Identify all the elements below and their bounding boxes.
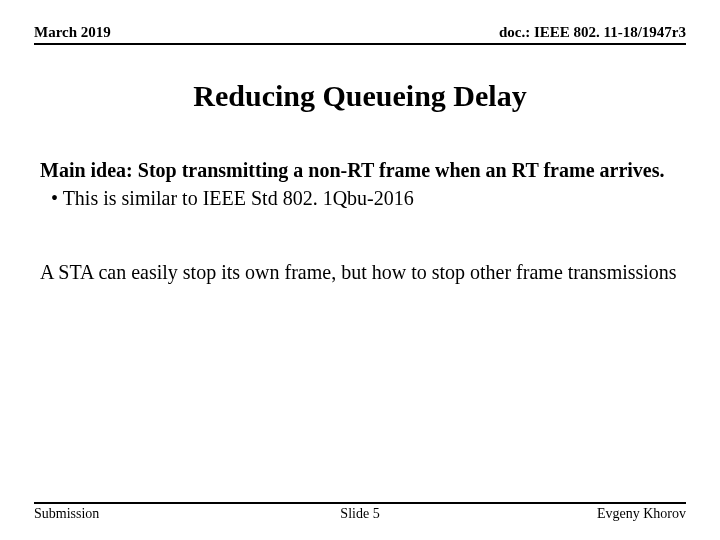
footer-slide-number: Slide 5 [30, 506, 690, 522]
header-doc-id: doc.: IEEE 802. 11-18/1947r3 [499, 24, 686, 41]
slide-body: Main idea: Stop transmitting a non-RT fr… [30, 157, 690, 285]
slide-page: March 2019 doc.: IEEE 802. 11-18/1947r3 … [0, 0, 720, 540]
slide-title: Reducing Queueing Delay [30, 79, 690, 113]
paragraph-text: A STA can easily stop its own frame, but… [40, 259, 680, 285]
header-date: March 2019 [34, 24, 111, 41]
slide-footer: Submission Slide 5 Evgeny Khorov [30, 502, 690, 522]
bullet-item: This is similar to IEEE Std 802. 1Qbu-20… [40, 185, 680, 211]
main-idea-text: Main idea: Stop transmitting a non-RT fr… [40, 157, 680, 183]
footer-rule [34, 502, 686, 504]
slide-header: March 2019 doc.: IEEE 802. 11-18/1947r3 [34, 24, 686, 45]
